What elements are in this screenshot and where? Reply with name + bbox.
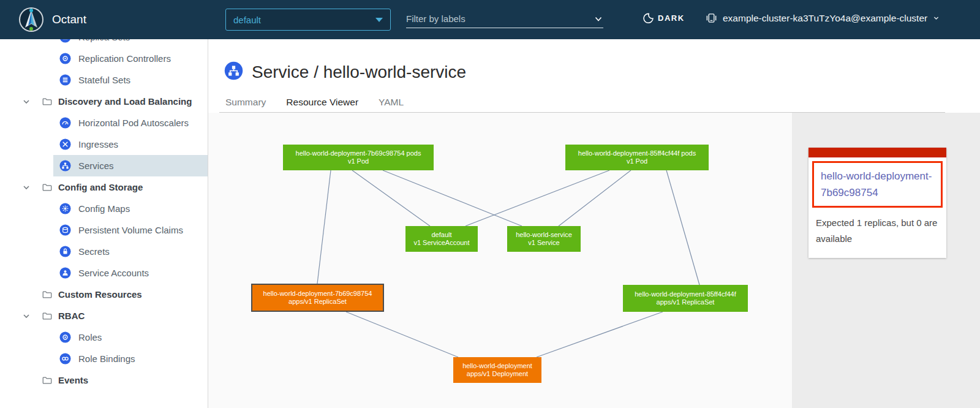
node-name-label: hello-world-deployment-85ff4cf44f <box>635 290 736 299</box>
folder-icon <box>42 182 53 193</box>
alert-status-bar <box>809 148 946 157</box>
sidebar-nav-container: Replica SetsReplication ControllersState… <box>0 39 208 408</box>
app-title: Octant <box>52 13 86 26</box>
sidebar-item-services[interactable]: Services <box>53 155 208 176</box>
alert-card: hello-world-deployment-7b69c98754 Expect… <box>809 148 946 258</box>
moon-icon <box>643 13 654 23</box>
sidebar-item-discovery-and-load-balancing[interactable]: Discovery and Load Balancing <box>0 91 208 112</box>
node-kind-label: v1 Pod <box>348 157 369 166</box>
cluster-context-selector[interactable]: example-cluster-ka3TuTzYo4a@example-clus… <box>706 12 940 24</box>
ingresses-icon <box>59 138 71 150</box>
chevron-down-icon[interactable] <box>22 97 31 106</box>
app-header: Octant default DARK example-cluster-ka3T… <box>0 0 980 39</box>
node-name-label: hello-world-service <box>516 231 572 240</box>
sidebar-item-config-and-storage[interactable]: Config and Storage <box>0 176 208 198</box>
role-bindings-icon <box>59 353 71 365</box>
resource-graph: hello-world-deployment-7b69c98754 podsv1… <box>208 113 792 408</box>
detail-panel: hello-world-deployment-7b69c98754 Expect… <box>792 113 980 408</box>
alert-body: hello-world-deployment-7b69c98754 Expect… <box>809 157 946 258</box>
graph-node-svc-hello-world[interactable]: hello-world-servicev1 Service <box>507 226 581 252</box>
sidebar-item-label: Roles <box>78 332 102 342</box>
node-kind-label: v1 Pod <box>627 157 647 166</box>
alert-link-box: hello-world-deployment-7b69c98754 <box>812 161 943 208</box>
sidebar-item-label: RBAC <box>58 311 85 321</box>
sidebar-item-ingresses[interactable]: Ingresses <box>0 134 208 155</box>
cluster-icon <box>706 12 717 24</box>
sidebar-item-service-accounts[interactable]: Service Accounts <box>0 262 208 284</box>
node-name-label: default <box>431 231 451 240</box>
namespace-dropdown[interactable]: default <box>225 9 391 31</box>
node-kind-label: v1 ServiceAccount <box>413 239 469 247</box>
sidebar-item-persistent-volume-claims[interactable]: Persistent Volume Claims <box>0 219 208 241</box>
graph-node-deploy-hello-world[interactable]: hello-world-deploymentapps/v1 Deployment <box>453 357 541 383</box>
sidebar-item-label: Events <box>58 375 88 385</box>
chevron-down-icon <box>375 18 383 22</box>
sidebar-item-rbac[interactable]: RBAC <box>0 305 208 327</box>
config-maps-icon <box>59 203 71 214</box>
sidebar-item-label: Custom Resources <box>58 289 142 300</box>
chevron-down-icon <box>933 15 940 21</box>
graph-node-rs-7b69[interactable]: hello-world-deployment-7b69c98754apps/v1… <box>251 284 384 312</box>
chevron-down-icon[interactable] <box>22 312 31 320</box>
sidebar-item-label: Config Maps <box>78 203 130 214</box>
sidebar-item-label: Ingresses <box>78 139 118 149</box>
roles-icon <box>59 331 71 343</box>
replication-controllers-icon <box>59 53 71 64</box>
alert-message: Expected 1 replicas, but 0 are available <box>812 208 943 252</box>
label-filter <box>406 10 603 28</box>
sidebar-item-label: Role Bindings <box>78 353 135 364</box>
sidebar-item-stateful-sets[interactable]: Stateful Sets <box>0 69 208 91</box>
sidebar-item-replica-sets[interactable]: Replica Sets <box>0 39 208 48</box>
page-header: Service / hello-world-service <box>224 61 466 83</box>
folder-icon <box>42 96 53 107</box>
sidebar-item-label: Services <box>78 161 114 171</box>
sidebar-item-role-bindings[interactable]: Role Bindings <box>0 348 208 369</box>
sidebar-item-replication-controllers[interactable]: Replication Controllers <box>0 48 208 69</box>
folder-icon <box>42 311 53 322</box>
cluster-context-label: example-cluster-ka3TuTzYo4a@example-clus… <box>723 13 927 24</box>
sidebar-item-label: Persistent Volume Claims <box>78 225 183 235</box>
folder-icon <box>42 289 53 300</box>
dark-mode-label: DARK <box>658 13 685 23</box>
replica-sets-icon <box>59 39 71 43</box>
service-accounts-icon <box>59 267 71 279</box>
node-name-label: hello-world-deployment-7b69c98754 <box>263 290 372 298</box>
replicaset-link[interactable]: hello-world-deployment-7b69c98754 <box>821 168 934 201</box>
node-kind-label: v1 Service <box>528 239 559 247</box>
sidebar-item-roles[interactable]: Roles <box>0 327 208 348</box>
node-name-label: hello-world-deployment <box>462 362 532 371</box>
graph-node-rs-85ff[interactable]: hello-world-deployment-85ff4cf44fapps/v1… <box>623 285 748 312</box>
chevron-down-icon[interactable] <box>594 14 603 24</box>
pvc-icon <box>59 224 71 236</box>
sidebar-item-label: Stateful Sets <box>78 75 130 85</box>
sidebar-item-config-maps[interactable]: Config Maps <box>0 198 208 219</box>
sidebar-item-custom-resources[interactable]: Custom Resources <box>0 284 208 305</box>
page-title: Service / hello-world-service <box>252 62 466 82</box>
node-kind-label: apps/v1 ReplicaSet <box>657 298 715 307</box>
service-icon <box>224 61 243 83</box>
sidebar-item-horizontal-pod-autoscalers[interactable]: Horizontal Pod Autoscalers <box>0 112 208 134</box>
sidebar-item-label: Replica Sets <box>78 39 130 42</box>
node-kind-label: apps/v1 Deployment <box>467 370 528 379</box>
sidebar-item-secrets[interactable]: Secrets <box>0 241 208 262</box>
dark-mode-toggle[interactable]: DARK <box>643 13 685 23</box>
chevron-down-icon[interactable] <box>22 183 31 192</box>
sidebar-item-label: Config and Storage <box>58 182 143 192</box>
sidebar-item-label: Replication Controllers <box>78 53 171 64</box>
graph-node-pods-7b69[interactable]: hello-world-deployment-7b69c98754 podsv1… <box>283 145 434 170</box>
node-name-label: hello-world-deployment-7b69c98754 pods <box>296 149 421 158</box>
sidebar-item-events[interactable]: Events <box>0 369 208 391</box>
graph-node-sa-default[interactable]: defaultv1 ServiceAccount <box>405 226 478 252</box>
sidebar-nav: Replica SetsReplication ControllersState… <box>0 39 208 391</box>
services-icon <box>59 160 71 172</box>
sidebar-item-label: Secrets <box>78 246 110 257</box>
namespace-dropdown-value: default <box>233 15 261 25</box>
folder-icon <box>42 375 53 386</box>
label-filter-input[interactable] <box>406 13 594 24</box>
graph-node-pods-85ff[interactable]: hello-world-deployment-85ff4cf44f podsv1… <box>565 145 709 170</box>
octant-logo-icon <box>18 7 44 32</box>
node-name-label: hello-world-deployment-85ff4cf44f pods <box>578 149 696 158</box>
sidebar-item-label: Horizontal Pod Autoscalers <box>78 118 189 128</box>
secrets-icon <box>59 246 71 257</box>
sidebar-item-label: Service Accounts <box>78 268 149 278</box>
